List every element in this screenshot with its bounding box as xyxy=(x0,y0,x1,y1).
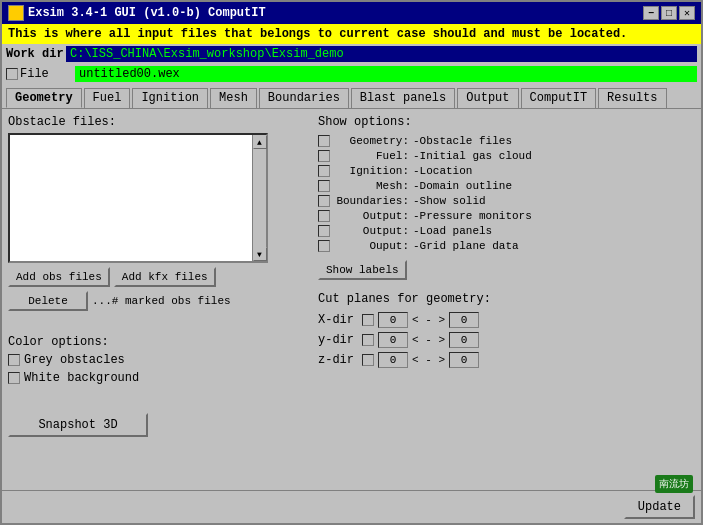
work-dir-value[interactable]: C:\ISS_CHINA\Exsim_workshop\Exsim_demo xyxy=(66,46,697,62)
ydir-label: y-dir xyxy=(318,333,358,347)
tab-computit[interactable]: ComputIT xyxy=(521,88,597,108)
zdir-val2-input[interactable] xyxy=(449,352,479,368)
scroll-down-button[interactable]: ▼ xyxy=(253,247,267,261)
tab-output[interactable]: Output xyxy=(457,88,518,108)
tab-mesh[interactable]: Mesh xyxy=(210,88,257,108)
show-ignition-val: -Location xyxy=(413,165,472,177)
tab-geometry[interactable]: Geometry xyxy=(6,88,82,108)
cut-plane-z: z-dir < - > xyxy=(318,352,695,368)
show-output2-checkbox[interactable] xyxy=(318,225,330,237)
show-boundaries-checkbox[interactable] xyxy=(318,195,330,207)
show-ouput3-checkbox[interactable] xyxy=(318,240,330,252)
file-value[interactable]: untitled00.wex xyxy=(75,66,697,82)
file-row: File untitled00.wex xyxy=(2,64,701,84)
show-mesh-key: Mesh: xyxy=(334,180,409,192)
show-mesh-val: -Domain outline xyxy=(413,180,512,192)
title-left: Exsim 3.4-1 GUI (v1.0-b) ComputIT xyxy=(8,5,266,21)
tab-ignition[interactable]: Ignition xyxy=(132,88,208,108)
window-title: Exsim 3.4-1 GUI (v1.0-b) ComputIT xyxy=(28,6,266,20)
scrollbar-track: ▲ ▼ xyxy=(252,135,266,261)
show-mesh-checkbox[interactable] xyxy=(318,180,330,192)
close-button[interactable]: ✕ xyxy=(679,6,695,20)
obstacle-file-list[interactable]: ▲ ▼ xyxy=(8,133,268,263)
show-fuel-checkbox[interactable] xyxy=(318,150,330,162)
show-geometry-val: -Obstacle files xyxy=(413,135,512,147)
zdir-checkbox[interactable] xyxy=(362,354,374,366)
snapshot-3d-button[interactable]: Snapshot 3D xyxy=(8,413,148,437)
show-option-boundaries: Boundaries: -Show solid xyxy=(318,195,695,207)
tab-blast-panels[interactable]: Blast panels xyxy=(351,88,455,108)
xdir-checkbox[interactable] xyxy=(362,314,374,326)
show-option-output1: Output: -Pressure monitors xyxy=(318,210,695,222)
ydir-val2-input[interactable] xyxy=(449,332,479,348)
show-boundaries-key: Boundaries: xyxy=(334,195,409,207)
tab-boundaries[interactable]: Boundaries xyxy=(259,88,349,108)
white-background-checkbox[interactable] xyxy=(8,372,20,384)
white-background-row: White background xyxy=(8,371,308,385)
scroll-up-button[interactable]: ▲ xyxy=(253,135,267,149)
show-ignition-key: Ignition: xyxy=(334,165,409,177)
ydir-arrow: < - > xyxy=(412,334,445,346)
xdir-val2-input[interactable] xyxy=(449,312,479,328)
xdir-arrow: < - > xyxy=(412,314,445,326)
add-kfx-files-button[interactable]: Add kfx files xyxy=(114,267,216,287)
show-options-section: Show options: Geometry: -Obstacle files … xyxy=(318,115,695,280)
watermark: 南流坊 xyxy=(655,475,693,493)
file-label: File xyxy=(20,67,75,81)
show-option-ignition: Ignition: -Location xyxy=(318,165,695,177)
obstacle-files-label: Obstacle files: xyxy=(8,115,308,129)
show-geometry-key: Geometry: xyxy=(334,135,409,147)
show-options-label: Show options: xyxy=(318,115,695,129)
file-list-content[interactable] xyxy=(10,135,252,261)
minimize-button[interactable]: − xyxy=(643,6,659,20)
show-option-fuel: Fuel: -Initial gas cloud xyxy=(318,150,695,162)
show-option-mesh: Mesh: -Domain outline xyxy=(318,180,695,192)
add-obs-files-button[interactable]: Add obs files xyxy=(8,267,110,287)
ydir-val1-input[interactable] xyxy=(378,332,408,348)
tab-results[interactable]: Results xyxy=(598,88,666,108)
show-fuel-key: Fuel: xyxy=(334,150,409,162)
show-output2-key: Output: xyxy=(334,225,409,237)
grey-obstacles-checkbox[interactable] xyxy=(8,354,20,366)
info-message: This is where all input files that belon… xyxy=(8,27,627,41)
maximize-button[interactable]: □ xyxy=(661,6,677,20)
show-boundaries-val: -Show solid xyxy=(413,195,486,207)
show-output1-key: Output: xyxy=(334,210,409,222)
obstacle-section: Obstacle files: ▲ ▼ Add obs files Add kf… xyxy=(8,115,308,311)
zdir-label: z-dir xyxy=(318,353,358,367)
bottom-bar: Update xyxy=(2,490,701,523)
show-option-ouput3: Ouput: -Grid plane data xyxy=(318,240,695,252)
show-ouput3-key: Ouput: xyxy=(334,240,409,252)
tab-fuel[interactable]: Fuel xyxy=(84,88,131,108)
show-output2-val: -Load panels xyxy=(413,225,492,237)
xdir-val1-input[interactable] xyxy=(378,312,408,328)
delete-button[interactable]: Delete xyxy=(8,291,88,311)
cut-plane-x: X-dir < - > xyxy=(318,312,695,328)
show-ignition-checkbox[interactable] xyxy=(318,165,330,177)
ydir-checkbox[interactable] xyxy=(362,334,374,346)
left-panel: Obstacle files: ▲ ▼ Add obs files Add kf… xyxy=(8,115,308,484)
cut-planes-label: Cut planes for geometry: xyxy=(318,292,695,306)
work-dir-row: Work dir C:\ISS_CHINA\Exsim_workshop\Exs… xyxy=(2,44,701,64)
marked-label: ...# marked obs files xyxy=(92,295,231,307)
file-checkbox[interactable] xyxy=(6,68,18,80)
color-options: Color options: Grey obstacles White back… xyxy=(8,335,308,389)
show-option-output2: Output: -Load panels xyxy=(318,225,695,237)
work-dir-label: Work dir xyxy=(6,47,66,61)
show-labels-row: Show labels xyxy=(318,256,695,280)
main-content: Obstacle files: ▲ ▼ Add obs files Add kf… xyxy=(2,109,701,490)
main-window: Exsim 3.4-1 GUI (v1.0-b) ComputIT − □ ✕ … xyxy=(0,0,703,525)
white-background-label: White background xyxy=(24,371,139,385)
cut-planes-section: Cut planes for geometry: X-dir < - > y-d… xyxy=(318,280,695,372)
update-button[interactable]: Update xyxy=(624,495,695,519)
show-labels-button[interactable]: Show labels xyxy=(318,260,407,280)
cut-plane-y: y-dir < - > xyxy=(318,332,695,348)
zdir-val1-input[interactable] xyxy=(378,352,408,368)
info-bar: This is where all input files that belon… xyxy=(2,24,701,44)
color-options-label: Color options: xyxy=(8,335,308,349)
grey-obstacles-row: Grey obstacles xyxy=(8,353,308,367)
show-output1-checkbox[interactable] xyxy=(318,210,330,222)
zdir-arrow: < - > xyxy=(412,354,445,366)
show-geometry-checkbox[interactable] xyxy=(318,135,330,147)
tabs-bar: Geometry Fuel Ignition Mesh Boundaries B… xyxy=(2,84,701,109)
